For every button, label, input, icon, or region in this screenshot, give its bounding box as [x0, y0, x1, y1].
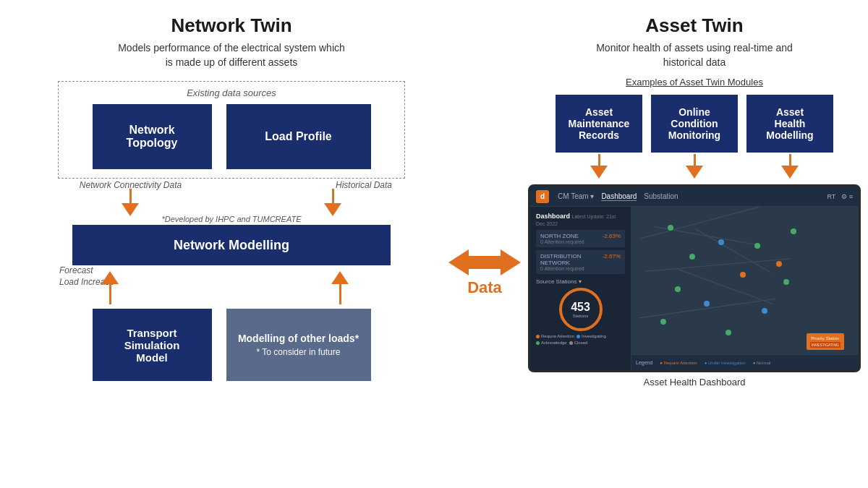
map-legend-normal: ● Normal: [753, 361, 771, 365]
map-line-4: [678, 269, 773, 304]
examples-label: Examples of Asset Twin Modules: [626, 77, 763, 87]
dashboard-header: d CM Team ▾ Dashboard Substation RT ⚙ ≡: [530, 187, 859, 207]
distribution-zone-sub: 0 Attention required: [540, 266, 621, 271]
network-twin-section: Network Twin Models performance of the e…: [22, 14, 441, 474]
arrow-right-icon: [501, 249, 521, 275]
map-line-3: [646, 258, 790, 271]
arrow-left-icon: [448, 249, 469, 275]
distribution-network-item: DISTRIBUTION NETWORK -2.67% 0 Attention …: [536, 250, 625, 274]
dashboard-left-panel: Dashboard Latest Update: 21st Dec 2022 N…: [530, 207, 631, 370]
legend-dot-green: [536, 341, 540, 345]
priority-station-badge: Priority StationINVESTIGATING: [807, 333, 844, 350]
double-arrow: [448, 249, 521, 275]
map-legend-label: Legend: [636, 360, 652, 365]
map-dot-8: [726, 330, 731, 335]
stations-circle: 453 Stations: [559, 288, 603, 331]
top-boxes: NetworkTopology Load Profile: [67, 104, 396, 169]
legend-require-attention: Require Attention: [536, 334, 574, 338]
dashboard-panel-title: Dashboard Latest Update: 21st Dec 2022: [536, 213, 625, 227]
dashboard-map: Priority StationINVESTIGATING Legend ● R…: [631, 207, 859, 370]
data-label: Data: [467, 278, 502, 297]
stations-number: 453: [571, 301, 590, 314]
transport-simulation-box: Transport SimulationModel: [93, 309, 212, 381]
arrow-down-left: [122, 189, 139, 216]
legend-dot-blue: [576, 335, 580, 338]
stations-label: Stations: [573, 314, 589, 318]
arrow-down-right: [324, 189, 341, 216]
map-legend-require: ● Require Attention: [660, 361, 697, 365]
dashboard-screenshot: d CM Team ▾ Dashboard Substation RT ⚙ ≡ …: [528, 184, 861, 372]
module-col-3: AssetHealthModelling: [746, 95, 833, 179]
dashboard-body: Dashboard Latest Update: 21st Dec 2022 N…: [530, 207, 859, 370]
bottom-boxes: Transport SimulationModel Modelling of o…: [58, 309, 405, 381]
north-zone-item: NORTH ZONE -2.63% 0 Attention required: [536, 230, 625, 247]
asset-twin-title: Asset Twin: [645, 14, 743, 37]
network-twin-title: Network Twin: [171, 14, 292, 37]
arrow-body: [469, 256, 501, 269]
module-col-1: AssetMaintenanceRecords: [556, 95, 642, 179]
bottom-section: ForecastLoad Increase Transport Simulati…: [58, 265, 405, 381]
distribution-zone-name: DISTRIBUTION NETWORK -2.67%: [540, 253, 621, 266]
online-condition-box: OnlineConditionMonitoring: [651, 95, 738, 153]
map-dot-9: [776, 261, 782, 267]
asset-twin-section: Asset Twin Monitor health of assets usin…: [528, 14, 861, 474]
arrow-up-right: [331, 271, 349, 304]
asset-health-modelling-box: AssetHealthModelling: [746, 95, 833, 153]
legend-dot-orange: [536, 335, 540, 338]
asset-twin-subtitle: Monitor health of assets using real-time…: [596, 41, 793, 69]
map-legend-bar: Legend ● Require Attention ● Under Inves…: [631, 354, 859, 370]
dashboard-legend: Require Attention Investigating Acknowle…: [536, 334, 625, 345]
north-zone-name: NORTH ZONE -2.63%: [540, 233, 621, 239]
module-arrow-1: [590, 154, 608, 179]
module-col-2: OnlineConditionMonitoring: [651, 95, 738, 179]
load-profile-box: Load Profile: [226, 104, 371, 169]
source-stations-section: Source Stations ▾ 453 Stations Require A…: [536, 278, 625, 345]
map-dot-4: [740, 272, 746, 278]
module-arrow-2: [686, 154, 703, 179]
modelling-other-label: Modelling of other loads*: [238, 333, 359, 344]
legend-acknowledge: Acknowledge: [536, 341, 567, 345]
main-container: Network Twin Models performance of the e…: [0, 0, 868, 488]
data-sources-container: Existing data sources NetworkTopology Lo…: [58, 81, 405, 179]
dashboard-logo: d: [536, 190, 549, 203]
dashboard-icons: ⚙ ≡: [841, 193, 853, 200]
map-dot-5: [675, 286, 681, 292]
legend-investigating: Investigating: [576, 334, 606, 338]
nav-cm-team: CM Team ▾: [558, 192, 594, 201]
module-arrow-3: [781, 154, 799, 179]
data-arrow-container: Data: [448, 249, 521, 297]
map-dot-3: [689, 254, 695, 260]
nav-dashboard: Dashboard: [601, 192, 637, 201]
center-section: Data: [441, 14, 528, 474]
dashboard-nav: CM Team ▾ Dashboard Substation: [558, 192, 678, 201]
network-modelling-wrapper: Network Modelling: [58, 225, 405, 265]
network-modelling-box: Network Modelling: [72, 225, 391, 265]
map-dot-11: [762, 308, 767, 314]
network-twin-subtitle: Models performance of the electrical sys…: [118, 41, 345, 69]
nav-substation: Substation: [644, 192, 678, 201]
asset-health-dashboard-caption: Asset Health Dashboard: [644, 377, 746, 388]
map-dot-13: [791, 228, 796, 234]
map-dot-6: [704, 301, 710, 307]
network-topology-box: NetworkTopology: [93, 104, 212, 169]
data-sources-label: Existing data sources: [67, 87, 396, 98]
map-dot-10: [783, 279, 789, 285]
modelling-other-sub: * To consider in future: [257, 347, 341, 357]
north-zone-sub: 0 Attention required: [540, 239, 621, 244]
asset-modules-row: AssetMaintenanceRecords OnlineConditionM…: [556, 95, 833, 179]
map-legend-investigation: ● Under Investigation: [705, 361, 746, 365]
asset-maintenance-box: AssetMaintenanceRecords: [556, 95, 642, 153]
stations-header: Source Stations ▾: [536, 278, 625, 285]
arrow-row: Network Connectivity Data Historical Dat…: [58, 179, 405, 216]
legend-dot-gray: [569, 341, 573, 345]
map-dot-12: [754, 243, 760, 249]
dashboard-rt-badge: RT: [827, 193, 835, 200]
modelling-other-box: Modelling of other loads* * To consider …: [226, 309, 371, 381]
map-dot-7: [660, 319, 666, 325]
arrow-up-left: [101, 271, 119, 304]
legend-closed: Closed: [569, 341, 588, 345]
